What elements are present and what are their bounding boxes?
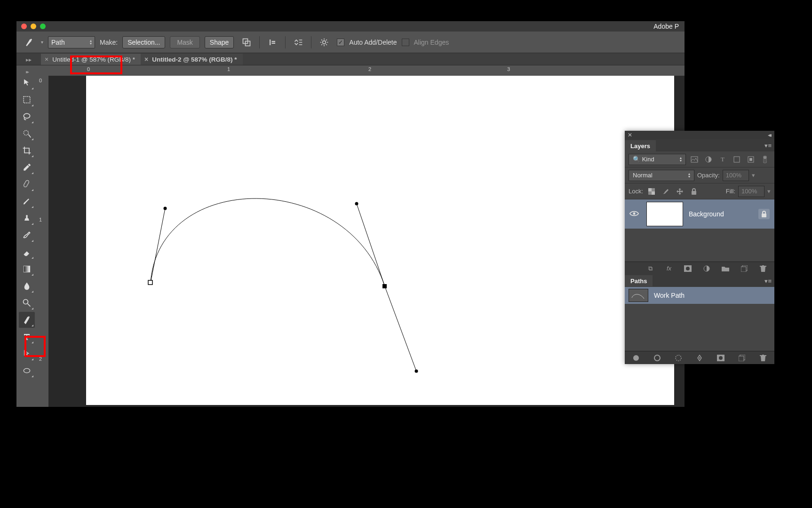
document-tab-2[interactable]: × Untitled-2 @ 587% (RGB/8) *	[141, 54, 243, 65]
delete-layer-icon[interactable]	[757, 263, 769, 274]
ellipse-tool[interactable]	[19, 363, 35, 379]
brush-tool[interactable]	[19, 193, 35, 209]
panel-header[interactable]: ✕ ◂◂	[625, 131, 774, 139]
layer-filter-bar: 🔍 Kind ▴▾ T	[625, 151, 774, 167]
eyedropper-tool[interactable]	[19, 159, 35, 175]
svg-line-14	[385, 286, 416, 371]
svg-rect-24	[749, 158, 752, 161]
crop-tool[interactable]	[19, 143, 35, 159]
svg-point-19	[415, 370, 418, 373]
adjustment-layer-icon[interactable]	[701, 263, 712, 274]
layer-thumbnail[interactable]	[646, 202, 683, 226]
viewport: Adobe P ▾ Path ▴▾ Make: Selection... Mas…	[0, 0, 812, 508]
marquee-tool[interactable]	[19, 92, 35, 108]
layer-fx-icon[interactable]: fx	[663, 263, 675, 274]
filter-adjust-icon[interactable]	[703, 154, 714, 165]
canvas[interactable]	[86, 76, 674, 405]
lock-transparency-icon[interactable]	[646, 186, 657, 197]
svg-point-6	[24, 130, 28, 135]
new-path-icon[interactable]	[737, 353, 748, 363]
make-selection-button[interactable]: Selection...	[122, 36, 165, 48]
fill-input[interactable]: 100%	[738, 186, 764, 197]
lock-all-icon[interactable]	[688, 186, 700, 197]
collapse-panel-icon[interactable]: ◂◂	[768, 132, 770, 138]
gear-icon[interactable]	[316, 35, 332, 49]
svg-point-5	[24, 113, 30, 118]
visibility-icon[interactable]	[629, 210, 641, 218]
blend-mode-value: Normal	[633, 172, 653, 179]
path-alignment-icon[interactable]	[264, 35, 280, 49]
filter-shape-icon[interactable]	[731, 154, 742, 165]
pen-tool[interactable]	[19, 312, 35, 328]
link-layers-icon[interactable]: ⧉	[645, 263, 656, 274]
path-row-workpath[interactable]: Work Path	[625, 287, 774, 304]
blur-tool[interactable]	[19, 278, 35, 294]
lasso-tool[interactable]	[19, 109, 35, 125]
svg-line-13	[357, 204, 385, 286]
stroke-path-icon[interactable]	[652, 353, 662, 363]
blend-mode-dropdown[interactable]: Normal ▴▾	[629, 170, 694, 181]
dodge-tool[interactable]	[19, 295, 35, 311]
tool-mode-dropdown[interactable]: Path ▴▾	[48, 36, 95, 48]
move-tool[interactable]	[19, 75, 35, 91]
panel-menu-icon[interactable]: ▾≡	[764, 142, 772, 149]
history-brush-tool[interactable]	[19, 227, 35, 243]
fill-path-icon[interactable]	[630, 353, 641, 363]
layer-mask-icon[interactable]	[682, 263, 693, 274]
svg-rect-28	[648, 188, 652, 191]
svg-point-37	[633, 355, 639, 361]
toolbox-collapse-icon[interactable]: ▸▸	[16, 68, 37, 75]
panel-menu-icon[interactable]: ▾≡	[764, 278, 772, 285]
auto-add-delete-checkbox[interactable]: ✓	[337, 39, 344, 46]
paths-tab[interactable]: Paths	[625, 275, 653, 286]
svg-point-9	[24, 300, 28, 304]
path-arrangement-icon[interactable]	[290, 35, 306, 49]
new-layer-icon[interactable]	[739, 263, 750, 274]
make-mask-button[interactable]: Mask	[170, 36, 199, 48]
chevron-down-icon[interactable]: ▾	[752, 172, 755, 179]
healing-brush-tool[interactable]	[19, 176, 35, 192]
tab-pin-icon[interactable]: ▸▸	[16, 55, 41, 65]
filter-type-icon[interactable]: T	[717, 154, 728, 165]
layer-lock-icon[interactable]	[758, 209, 770, 219]
path-thumbnail[interactable]	[629, 289, 648, 302]
type-tool[interactable]	[19, 329, 35, 345]
current-tool-icon[interactable]	[22, 35, 36, 49]
eraser-tool[interactable]	[19, 244, 35, 260]
document-tab-2-label: Untitled-2 @ 587% (RGB/8) *	[152, 56, 237, 63]
quick-selection-tool[interactable]	[19, 126, 35, 142]
filter-smart-icon[interactable]	[745, 154, 756, 165]
align-edges-checkbox[interactable]	[402, 39, 409, 46]
ruler-tick-label: 1	[39, 217, 42, 222]
filter-type-dropdown[interactable]: 🔍 Kind ▴▾	[629, 154, 686, 165]
gradient-tool[interactable]	[19, 261, 35, 277]
layer-row-background[interactable]: Background	[625, 199, 774, 229]
close-tab-icon[interactable]: ×	[45, 56, 48, 63]
filter-pixel-icon[interactable]	[689, 154, 700, 165]
make-shape-button[interactable]: Shape	[205, 36, 234, 48]
filter-toggle-icon[interactable]	[759, 154, 771, 165]
group-icon[interactable]	[720, 263, 731, 274]
titlebar: Adobe P	[16, 21, 685, 32]
chevron-down-icon[interactable]: ▾	[767, 188, 771, 195]
clone-stamp-tool[interactable]	[19, 210, 35, 226]
path-to-selection-icon[interactable]	[673, 353, 684, 363]
workspace: ▸▸	[16, 65, 685, 407]
layers-tab[interactable]: Layers	[625, 140, 656, 151]
selection-to-path-icon[interactable]	[694, 353, 705, 363]
add-mask-icon[interactable]	[716, 353, 726, 363]
opacity-input[interactable]: 100%	[723, 170, 749, 181]
vertical-ruler[interactable]: 0 1 2	[37, 76, 48, 407]
document-tab-1[interactable]: × Untitled-1 @ 587% (RGB/8) *	[41, 54, 141, 65]
close-tab-icon[interactable]: ×	[144, 56, 148, 63]
lock-pixels-icon[interactable]	[660, 186, 671, 197]
horizontal-ruler[interactable]: 0 1 2 3	[48, 65, 685, 76]
path-operations-icon[interactable]	[239, 35, 255, 49]
delete-path-icon[interactable]	[758, 353, 769, 363]
lock-position-icon[interactable]	[674, 186, 685, 197]
close-panel-icon[interactable]: ✕	[628, 132, 632, 138]
path-selection-tool[interactable]	[19, 346, 35, 362]
close-window-button[interactable]	[21, 24, 27, 29]
maximize-window-button[interactable]	[40, 24, 46, 29]
minimize-window-button[interactable]	[31, 24, 36, 29]
